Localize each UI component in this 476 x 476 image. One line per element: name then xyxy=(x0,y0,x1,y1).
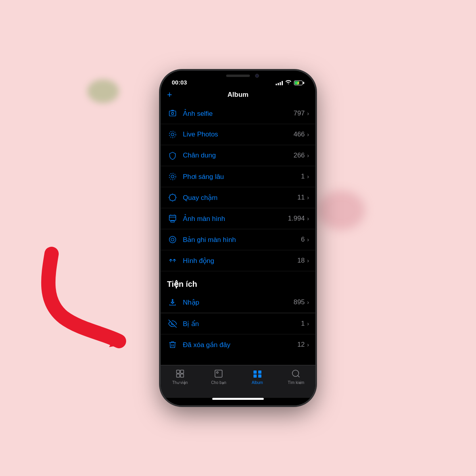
slow-motion-chevron: › xyxy=(307,194,309,201)
svg-point-2 xyxy=(171,133,174,136)
screen-recording-count: 6 xyxy=(301,236,305,244)
animated-label: Hình động xyxy=(183,257,297,265)
svg-point-3 xyxy=(169,131,176,138)
tab-search-icon xyxy=(291,369,301,379)
portrait-count: 266 xyxy=(294,152,305,159)
list-item-screenshots[interactable]: Ảnh màn hình 1.994 › xyxy=(161,208,315,229)
tab-for-you-label: Cho bạn xyxy=(211,380,226,385)
list-item-hidden[interactable]: Bị ẩn 1 › xyxy=(161,313,315,334)
animated-chevron: › xyxy=(307,257,309,264)
selfie-count: 797 xyxy=(294,109,305,117)
bg-blob-green xyxy=(87,79,119,103)
svg-point-6 xyxy=(169,194,176,201)
svg-rect-0 xyxy=(169,111,176,116)
phone-frame: 00:03 ⚡ xyxy=(161,71,315,405)
import-icon xyxy=(167,297,178,308)
bg-blob-pink xyxy=(317,190,365,230)
red-arrow xyxy=(40,246,151,349)
svg-rect-16 xyxy=(171,221,174,223)
svg-line-12 xyxy=(175,200,175,200)
signal-bar-2 xyxy=(278,83,279,85)
speaker xyxy=(226,75,250,77)
signal-bars xyxy=(276,81,283,85)
recently-deleted-label: Đã xóa gần đây xyxy=(183,341,297,349)
status-time: 00:03 xyxy=(169,79,187,86)
header-title: Album xyxy=(183,91,293,99)
signal-bar-3 xyxy=(280,82,281,85)
import-chevron: › xyxy=(307,299,309,305)
recently-deleted-count: 12 xyxy=(297,341,305,349)
recently-deleted-chevron: › xyxy=(307,342,309,348)
status-icons: ⚡ xyxy=(276,80,307,86)
long-exposure-chevron: › xyxy=(307,173,309,180)
signal-bar-4 xyxy=(282,81,283,85)
svg-rect-23 xyxy=(180,374,184,377)
album-list: Ảnh selfie 797 › Live Photos 466 › Chân … xyxy=(161,103,315,365)
tab-for-you-icon xyxy=(213,369,224,379)
portrait-chevron: › xyxy=(307,152,309,159)
live-photos-count: 466 xyxy=(294,131,305,138)
svg-line-14 xyxy=(170,200,170,200)
tab-album-icon xyxy=(252,369,263,379)
list-item-import[interactable]: Nhập 895 › xyxy=(161,292,315,313)
wifi-icon xyxy=(285,80,292,86)
tab-for-you[interactable]: Cho bạn xyxy=(200,369,238,385)
portrait-icon xyxy=(167,150,178,161)
slow-motion-count: 11 xyxy=(297,194,305,202)
screen: 00:03 ⚡ xyxy=(161,71,315,405)
notch xyxy=(208,71,268,83)
svg-line-13 xyxy=(175,195,175,195)
import-count: 895 xyxy=(294,298,305,306)
utilities-section-header: Tiện ích xyxy=(161,271,315,292)
list-item-live-photos[interactable]: Live Photos 466 › xyxy=(161,124,315,145)
list-item-animated[interactable]: Hình động 18 › xyxy=(161,250,315,271)
long-exposure-icon xyxy=(167,171,178,182)
svg-point-18 xyxy=(171,238,174,241)
svg-point-5 xyxy=(169,173,176,180)
svg-rect-15 xyxy=(169,215,176,221)
svg-rect-26 xyxy=(258,370,261,374)
list-item-screen-recording[interactable]: Bản ghi màn hình 6 › xyxy=(161,229,315,250)
header: + Album xyxy=(161,88,315,103)
screenshots-chevron: › xyxy=(307,215,309,222)
tab-album-label: Album xyxy=(252,380,263,385)
screen-recording-icon xyxy=(167,234,178,245)
tab-library-label: Thư viện xyxy=(172,380,188,385)
live-photos-icon xyxy=(167,129,178,140)
svg-rect-28 xyxy=(258,374,261,378)
long-exposure-count: 1 xyxy=(301,173,305,180)
slow-motion-icon xyxy=(167,192,178,203)
hidden-label: Bị ẩn xyxy=(183,320,301,328)
selfie-icon xyxy=(167,108,178,119)
svg-point-1 xyxy=(171,112,174,115)
svg-rect-25 xyxy=(253,370,257,374)
svg-point-29 xyxy=(292,370,299,376)
screen-recording-label: Bản ghi màn hình xyxy=(183,236,301,244)
screen-recording-chevron: › xyxy=(307,236,309,243)
tab-album[interactable]: Album xyxy=(238,369,277,385)
animated-count: 18 xyxy=(297,257,305,265)
svg-rect-21 xyxy=(180,370,184,373)
trash-icon xyxy=(167,339,178,350)
selfie-chevron: › xyxy=(307,110,309,117)
list-item-long-exposure[interactable]: Phơi sáng lâu 1 › xyxy=(161,166,315,187)
svg-point-4 xyxy=(171,175,174,178)
list-item-portrait[interactable]: Chân dung 266 › xyxy=(161,145,315,166)
import-label: Nhập xyxy=(183,298,294,307)
list-item-slow-motion[interactable]: Quay chậm 11 › xyxy=(161,187,315,208)
svg-point-17 xyxy=(169,236,176,243)
tab-search[interactable]: Tìm kiếm xyxy=(277,369,316,385)
animated-icon xyxy=(167,255,178,266)
svg-line-30 xyxy=(298,376,299,377)
hidden-chevron: › xyxy=(307,321,309,327)
portrait-label: Chân dung xyxy=(183,152,294,159)
tab-library[interactable]: Thư viện xyxy=(161,369,200,385)
list-item-selfie[interactable]: Ảnh selfie 797 › xyxy=(161,103,315,124)
long-exposure-label: Phơi sáng lâu xyxy=(183,173,301,181)
svg-rect-20 xyxy=(177,370,180,373)
slow-motion-label: Quay chậm xyxy=(183,194,297,202)
screenshots-label: Ảnh màn hình xyxy=(183,215,288,223)
add-button[interactable]: + xyxy=(167,90,183,100)
hidden-icon xyxy=(167,318,178,329)
list-item-recently-deleted[interactable]: Đã xóa gần đây 12 › xyxy=(161,334,315,355)
